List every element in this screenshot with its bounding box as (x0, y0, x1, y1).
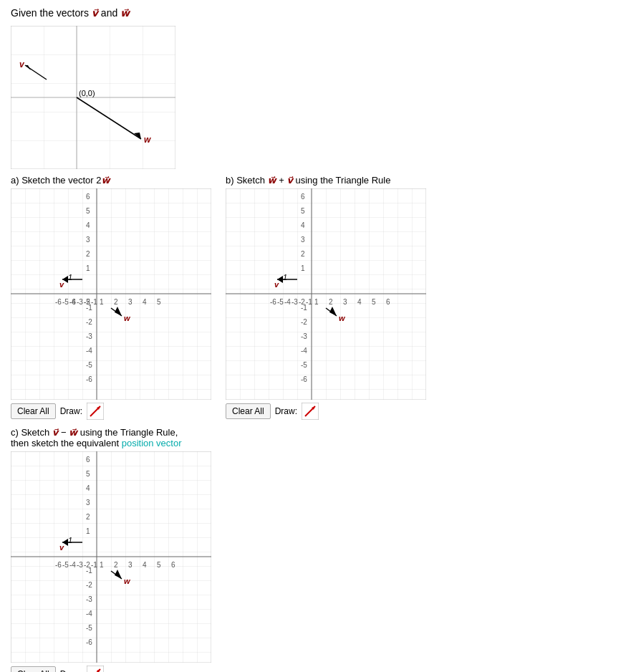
svg-text:1: 1 (100, 298, 104, 306)
section-a-controls: Clear All Draw: (11, 403, 104, 420)
svg-text:1: 1 (100, 561, 104, 569)
svg-text:1: 1 (314, 298, 319, 306)
svg-text:-4: -4 (284, 298, 291, 306)
svg-rect-123 (87, 666, 104, 672)
svg-text:2: 2 (86, 250, 90, 258)
draw-label-c: Draw: (60, 669, 82, 672)
svg-text:1: 1 (68, 536, 72, 544)
intro-text: Given the vectors v⃗ and w⃗ (11, 7, 625, 19)
svg-text:-5: -5 (62, 298, 69, 306)
svg-text:w: w (339, 314, 346, 322)
svg-text:-5: -5 (62, 561, 69, 569)
section-b: b) Sketch w⃗ + v⃗ using the Triangle Rul… (226, 175, 426, 420)
svg-text:2: 2 (114, 298, 118, 306)
section-c-title: c) Sketch v⃗ − w⃗ using the Triangle Rul… (11, 427, 226, 448)
svg-text:w: w (144, 135, 151, 145)
svg-text:-5: -5 (301, 361, 307, 369)
svg-text:5: 5 (301, 207, 305, 215)
clear-all-button-a[interactable]: Clear All (11, 403, 56, 419)
svg-text:6: 6 (86, 193, 90, 201)
section-a: a) Sketch the vector 2w⃗ -6 -5 (11, 175, 211, 420)
svg-text:-6: -6 (86, 638, 92, 646)
svg-text:-4: -4 (69, 561, 76, 569)
svg-text:v: v (59, 543, 64, 552)
svg-text:3: 3 (86, 499, 90, 507)
svg-text:5: 5 (157, 298, 161, 306)
svg-text:-4: -4 (86, 347, 92, 355)
svg-text:-4: -4 (86, 610, 92, 618)
section-b-title: b) Sketch w⃗ + v⃗ using the Triangle Rul… (226, 175, 390, 186)
svg-text:3: 3 (86, 236, 90, 244)
svg-text:4: 4 (86, 484, 90, 492)
svg-text:-2: -2 (86, 581, 92, 589)
graph-b: -6 -5 -4 -3 -2 -1 1 2 3 4 5 6 6 5 4 3 2 … (226, 188, 426, 400)
svg-text:1: 1 (68, 273, 72, 282)
graph-b-svg: -6 -5 -4 -3 -2 -1 1 2 3 4 5 6 6 5 4 3 2 … (226, 188, 426, 400)
svg-text:-1: -1 (301, 304, 307, 312)
svg-text:-3: -3 (86, 332, 92, 340)
draw-icon-b (302, 403, 319, 420)
svg-text:-3: -3 (77, 561, 83, 569)
svg-text:3: 3 (301, 236, 305, 244)
intro-graph: (0,0) v w (11, 26, 175, 169)
svg-text:2: 2 (114, 561, 118, 569)
svg-text:6: 6 (386, 298, 390, 306)
svg-text:2: 2 (86, 513, 90, 521)
svg-text:-5: -5 (277, 298, 284, 306)
svg-text:v: v (59, 280, 64, 289)
intro-svg: (0,0) v w (11, 26, 175, 169)
svg-text:3: 3 (128, 298, 132, 306)
svg-text:1: 1 (86, 527, 90, 535)
svg-text:-6: -6 (55, 561, 62, 569)
svg-text:3: 3 (343, 298, 347, 306)
svg-text:-6: -6 (301, 375, 307, 383)
svg-text:6: 6 (301, 193, 305, 201)
svg-text:-2: -2 (301, 318, 307, 326)
svg-text:w: w (124, 314, 131, 322)
svg-text:v: v (274, 280, 279, 289)
clear-all-button-c[interactable]: Clear All (11, 666, 56, 672)
graph-c: -6 -5 -4 -3 -2 -1 1 2 3 4 5 6 6 5 4 3 2 … (11, 451, 211, 663)
svg-text:-1: -1 (86, 304, 92, 312)
svg-text:4: 4 (357, 298, 362, 306)
svg-text:(0,0): (0,0) (79, 89, 95, 97)
svg-text:-6: -6 (270, 298, 276, 306)
svg-text:-2: -2 (86, 318, 92, 326)
svg-text:1: 1 (301, 264, 305, 272)
svg-text:w: w (124, 577, 131, 585)
svg-text:4: 4 (301, 221, 305, 229)
svg-text:6: 6 (171, 561, 175, 569)
section-c: c) Sketch v⃗ − w⃗ using the Triangle Rul… (11, 427, 625, 672)
svg-text:2: 2 (329, 298, 333, 306)
svg-text:3: 3 (128, 561, 132, 569)
svg-text:-6: -6 (55, 298, 62, 306)
svg-text:5: 5 (157, 561, 161, 569)
svg-text:-5: -5 (86, 361, 92, 369)
svg-text:-4: -4 (69, 298, 76, 306)
section-b-controls: Clear All Draw: (226, 403, 319, 420)
svg-text:-3: -3 (292, 298, 298, 306)
section-c-controls: Clear All Draw: (11, 666, 625, 672)
svg-text:-5: -5 (86, 624, 92, 632)
draw-icon-c (87, 666, 104, 672)
svg-text:-6: -6 (86, 375, 92, 383)
svg-text:-3: -3 (301, 332, 307, 340)
svg-text:6: 6 (86, 456, 90, 464)
section-a-title: a) Sketch the vector 2w⃗ (11, 175, 110, 186)
svg-text:2: 2 (301, 250, 305, 258)
svg-text:1: 1 (86, 264, 90, 272)
clear-all-button-b[interactable]: Clear All (226, 403, 271, 419)
svg-text:-3: -3 (86, 595, 92, 603)
svg-text:1: 1 (283, 273, 287, 282)
draw-label-a: Draw: (60, 406, 82, 416)
draw-icon-a (87, 403, 104, 420)
svg-text:5: 5 (86, 207, 90, 215)
svg-text:5: 5 (86, 470, 90, 478)
svg-text:4: 4 (143, 298, 147, 306)
graph-c-svg: -6 -5 -4 -3 -2 -1 1 2 3 4 5 6 6 5 4 3 2 … (11, 451, 211, 663)
svg-text:5: 5 (372, 298, 376, 306)
svg-text:-1: -1 (86, 567, 92, 575)
draw-label-b: Draw: (275, 406, 297, 416)
graph-a-svg: -6 -5 -6 -5 -4 -3 -2 -1 1 2 3 4 5 6 5 4 … (11, 188, 211, 400)
svg-text:-3: -3 (77, 298, 83, 306)
